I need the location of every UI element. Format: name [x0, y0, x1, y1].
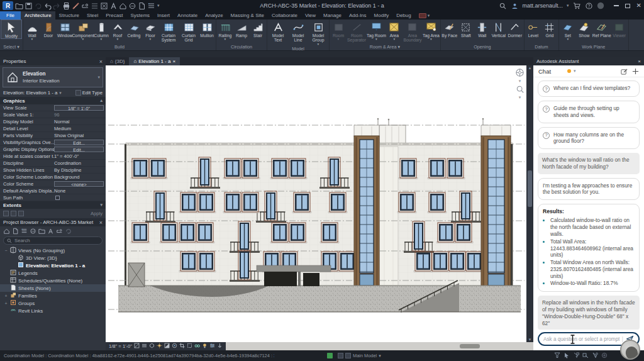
project-browser-header[interactable]: Project Browser - ARCH-ABC-35 Market ×: [0, 218, 106, 226]
browser-sync-icon[interactable]: [65, 228, 72, 235]
dropdown-caret-icon[interactable]: ▾: [82, 38, 84, 40]
roof-button[interactable]: Roof▾: [109, 19, 126, 40]
dropdown-caret-icon[interactable]: ▾: [101, 38, 103, 40]
crop-view-icon[interactable]: [179, 343, 185, 350]
window-button[interactable]: Window: [57, 19, 73, 38]
browser-section-icon[interactable]: [56, 228, 63, 235]
scroll-up-icon[interactable]: ▲: [526, 66, 533, 70]
ribbon-tab-massing-site[interactable]: Massing & Site: [227, 11, 268, 19]
type-selector-caret-icon[interactable]: ▾: [97, 75, 100, 80]
graphics-section-header[interactable]: Graphics▴: [0, 97, 106, 104]
view-tab-close-icon[interactable]: ×: [172, 58, 175, 64]
component-button[interactable]: Component▾: [73, 19, 93, 40]
dropdown-caret-icon[interactable]: ▾: [338, 38, 340, 40]
zoom-caret-icon[interactable]: ▾: [519, 95, 521, 100]
help-icon[interactable]: [585, 2, 593, 10]
reveal-hidden-icon[interactable]: [202, 343, 208, 350]
ribbon-tab-analyze[interactable]: Analyze: [201, 11, 226, 19]
viewer-button[interactable]: Viewer: [611, 19, 628, 38]
close-button[interactable]: ✕: [636, 3, 641, 9]
ribbon-tab-add-ins[interactable]: Add-Ins: [345, 11, 370, 19]
model-group-button[interactable]: Model Group▾: [308, 19, 328, 45]
wall-button[interactable]: Wall▾: [24, 19, 40, 40]
tree-item-3d-view-3d-[interactable]: 3D View: {3D}: [0, 254, 106, 262]
tree-expand-icon[interactable]: +: [4, 294, 8, 298]
area-button[interactable]: Area▾: [386, 19, 402, 40]
model-line-button[interactable]: Model Line: [288, 19, 308, 43]
curtain-system-button[interactable]: Curtain System: [158, 19, 179, 43]
column-button[interactable]: Column▾: [93, 19, 109, 40]
compose-icon[interactable]: [621, 68, 628, 75]
ribbon-tab-insert[interactable]: Insert: [153, 11, 174, 19]
tree-expand-icon[interactable]: +: [4, 301, 8, 306]
model-text-button[interactable]: Model Text: [268, 19, 288, 43]
tree-item-views-no-grouping-[interactable]: −Views (No Grouping): [0, 247, 106, 254]
record-caret-icon[interactable]: ▾: [428, 13, 430, 18]
wall-button[interactable]: Wall: [474, 19, 491, 38]
chat-message-list[interactable]: ?Where can I find view templates??Guide …: [533, 77, 644, 330]
mullion-button[interactable]: Mullion: [199, 19, 215, 38]
dropdown-caret-icon[interactable]: ▾: [150, 38, 152, 40]
print-icon[interactable]: [62, 2, 70, 10]
chat-caret-icon[interactable]: ▾: [574, 69, 576, 74]
modify-button[interactable]: Modify: [1, 19, 22, 39]
list-icon[interactable]: [147, 2, 155, 10]
property-value[interactable]: Background: [54, 174, 104, 180]
chat-tab[interactable]: Chat: [538, 68, 551, 75]
tree-item-legends[interactable]: Legends: [0, 269, 106, 277]
sync-icon[interactable]: [34, 2, 42, 10]
property-value[interactable]: Normal: [54, 119, 104, 125]
view-scale-label[interactable]: 1/8" = 1'-0": [109, 343, 132, 349]
browser-render-icon[interactable]: [30, 228, 36, 235]
screen-record-icon[interactable]: [419, 13, 426, 18]
dropdown-caret-icon[interactable]: ▾: [375, 38, 377, 40]
ramp-button[interactable]: Ramp: [233, 19, 250, 38]
browser-home-icon[interactable]: [3, 228, 10, 235]
graphics-collapse-icon[interactable]: ▴: [100, 98, 103, 103]
property-value[interactable]: Coordination: [54, 160, 104, 166]
assistant-close-icon[interactable]: ×: [638, 58, 641, 64]
dropdown-caret-icon[interactable]: ▾: [430, 38, 432, 40]
tree-item-families[interactable]: +Families: [0, 292, 106, 299]
main-model-caret-icon[interactable]: ▾: [379, 353, 381, 358]
properties-tool-icon[interactable]: [11, 211, 16, 216]
horizontal-scroll-thumb[interactable]: [460, 344, 480, 348]
selection-toggle-icon-6[interactable]: [601, 352, 608, 360]
view-tab-elevation-1-a[interactable]: ⌂Elevation 1 - a×: [129, 57, 180, 65]
user-menu-caret-icon[interactable]: ▾: [567, 3, 569, 8]
restore-button[interactable]: [625, 4, 630, 8]
browser-search-input[interactable]: Search: [3, 236, 103, 245]
open-icon[interactable]: [15, 2, 23, 10]
level-button[interactable]: Level: [525, 19, 541, 38]
extents-collapse-icon[interactable]: ▾: [100, 203, 103, 208]
main-model-label[interactable]: Main Model: [353, 353, 377, 358]
property-value[interactable]: 1/8" = 1'-0": [54, 105, 104, 111]
by-face-button[interactable]: By Face: [441, 19, 458, 38]
apply-button[interactable]: Apply: [91, 211, 103, 216]
cart-icon[interactable]: [573, 2, 581, 10]
tree-item-sheets-none-[interactable]: Sheets (None): [0, 284, 106, 292]
assistant-bubble-icon[interactable]: [597, 2, 605, 10]
vertical-scrollbar[interactable]: ▲ ▼: [526, 65, 533, 342]
ribbon-tab-structure[interactable]: Structure: [55, 11, 83, 19]
properties-header[interactable]: Properties ×: [0, 57, 106, 65]
ref-plane-button[interactable]: Ref Plane: [592, 19, 611, 38]
dormer-button[interactable]: Dormer: [507, 19, 523, 38]
design-option-icon[interactable]: [345, 353, 351, 358]
extents-section-header[interactable]: Extents▾: [0, 201, 106, 209]
save-icon[interactable]: [25, 2, 33, 10]
steering-wheel-icon[interactable]: [515, 68, 525, 77]
type-selector[interactable]: Elevation Interior Elevation ▾: [3, 67, 103, 87]
dropdown-caret-icon[interactable]: ▾: [394, 38, 396, 40]
ribbon-tab-architecture[interactable]: Architecture: [21, 11, 55, 19]
measure-icon[interactable]: [72, 2, 80, 10]
suggestion-card[interactable]: ?Where can I find view templates?: [538, 81, 640, 97]
dropdown-caret-icon[interactable]: ▾: [117, 38, 119, 40]
sheet-icon[interactable]: [138, 2, 146, 10]
ribbon-tab-manage[interactable]: Manage: [319, 11, 345, 19]
shadows-icon[interactable]: [164, 343, 170, 350]
room-button[interactable]: Room▾: [330, 19, 347, 40]
properties-close-icon[interactable]: ×: [99, 58, 103, 65]
stair-button[interactable]: Stair: [250, 19, 266, 38]
ribbon-tab-systems[interactable]: Systems: [126, 11, 153, 19]
